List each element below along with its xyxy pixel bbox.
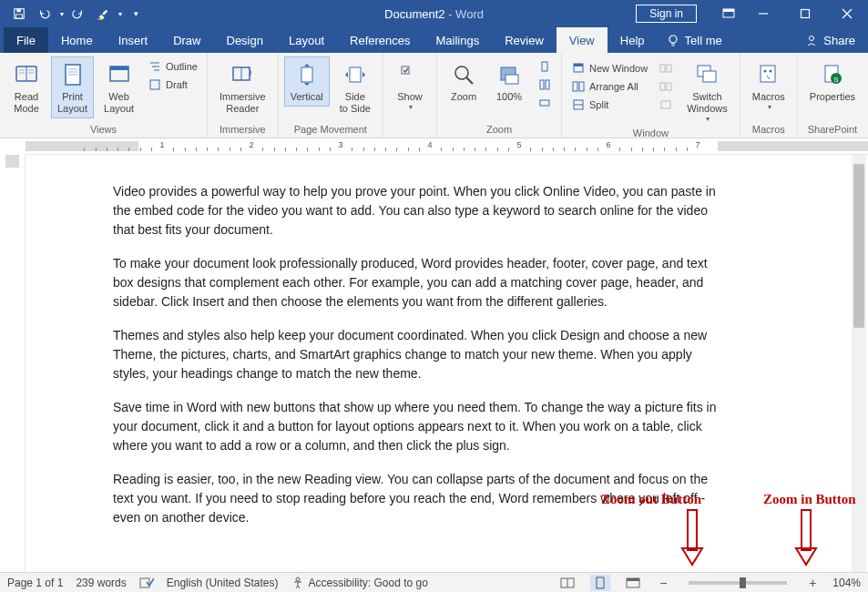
undo-button[interactable] xyxy=(33,2,56,26)
tab-layout[interactable]: Layout xyxy=(276,27,337,53)
paragraph[interactable]: Themes and styles also help keep your do… xyxy=(113,326,727,383)
tab-insert[interactable]: Insert xyxy=(106,27,161,53)
workspace: Video provides a powerful way to help yo… xyxy=(0,155,868,572)
show-label: Show xyxy=(397,91,423,103)
switch-windows-button[interactable]: Switch Windows ▾ xyxy=(680,56,734,128)
multiple-pages-button[interactable] xyxy=(534,77,556,93)
read-mode-button[interactable]: Read Mode xyxy=(5,56,47,118)
svg-rect-25 xyxy=(110,66,128,70)
save-button[interactable] xyxy=(7,2,31,26)
one-page-button[interactable] xyxy=(534,58,556,75)
scroll-thumb[interactable] xyxy=(853,164,864,328)
print-layout-view-button[interactable] xyxy=(590,575,610,591)
draft-button[interactable]: Draft xyxy=(144,77,201,93)
share-button[interactable]: Share xyxy=(792,27,868,53)
proofing-icon xyxy=(139,577,154,589)
vertical-icon xyxy=(292,60,322,89)
vertical-button[interactable]: Vertical xyxy=(284,56,330,107)
new-window-button[interactable]: New Window xyxy=(567,60,651,77)
close-button[interactable] xyxy=(826,0,868,27)
read-mode-view-button[interactable] xyxy=(557,575,577,591)
arrow-zoomin-icon xyxy=(792,508,820,568)
page-indicator[interactable]: Page 1 of 1 xyxy=(7,577,63,589)
web-layout-button[interactable]: Web Layout xyxy=(97,56,140,118)
ruler-number: 7 xyxy=(695,140,700,149)
paragraph[interactable]: To make your document look professionall… xyxy=(113,254,727,311)
document-area[interactable]: Video provides a powerful way to help yo… xyxy=(26,155,868,572)
immersive-reader-button[interactable]: Immersive Reader xyxy=(213,56,272,118)
draft-label: Draft xyxy=(166,79,188,90)
sync-scroll-icon xyxy=(659,79,673,94)
arrange-all-button[interactable]: Arrange All xyxy=(567,78,651,95)
zoom-out-button[interactable]: − xyxy=(656,576,670,590)
views-group-label: Views xyxy=(5,124,201,138)
signin-button[interactable]: Sign in xyxy=(636,5,697,23)
read-mode-label: Read Mode xyxy=(14,91,39,115)
tab-file[interactable]: File xyxy=(4,27,48,53)
spell-check[interactable] xyxy=(139,577,154,589)
tab-references[interactable]: References xyxy=(337,27,423,53)
language-indicator[interactable]: English (United States) xyxy=(167,577,279,589)
tab-help[interactable]: Help xyxy=(608,27,658,53)
qat-customize[interactable]: ▾ xyxy=(124,2,148,26)
svg-rect-33 xyxy=(350,67,361,82)
svg-rect-50 xyxy=(667,65,671,72)
zoom-100-icon xyxy=(495,60,524,89)
tab-draw[interactable]: Draw xyxy=(160,27,213,53)
view-side-by-side-button[interactable] xyxy=(655,60,677,77)
ribbon-display-options[interactable] xyxy=(715,8,742,19)
zoom-100-button[interactable]: 100% xyxy=(488,56,530,107)
side-to-side-button[interactable]: Side to Side xyxy=(333,56,377,118)
tab-view[interactable]: View xyxy=(557,27,608,53)
page-width-button[interactable] xyxy=(534,95,556,111)
maximize-button[interactable] xyxy=(784,0,826,27)
group-show: Show ▾ xyxy=(383,53,437,138)
tab-design[interactable]: Design xyxy=(214,27,276,53)
svg-rect-7 xyxy=(802,10,810,18)
macros-button[interactable]: Macros ▾ xyxy=(746,56,791,116)
minimize-button[interactable] xyxy=(742,0,784,27)
web-layout-view-button[interactable] xyxy=(623,575,643,591)
svg-rect-52 xyxy=(667,83,671,90)
annotation-zoomin: Zoom in Button xyxy=(763,492,856,507)
vertical-ruler[interactable] xyxy=(0,155,26,572)
reset-position-button[interactable] xyxy=(655,97,677,113)
zoom-in-button[interactable]: + xyxy=(805,576,820,590)
svg-rect-56 xyxy=(761,66,775,82)
zoom-button[interactable]: Zoom xyxy=(443,56,485,107)
word-count[interactable]: 239 words xyxy=(76,577,126,589)
zoom-slider[interactable] xyxy=(689,581,787,585)
show-button[interactable]: Show ▾ xyxy=(389,56,431,116)
svg-rect-55 xyxy=(703,71,716,82)
split-button[interactable]: Split xyxy=(567,97,651,113)
svg-point-10 xyxy=(669,36,677,43)
zoom-level[interactable]: 104% xyxy=(832,577,861,589)
tab-home[interactable]: Home xyxy=(48,27,106,53)
immersive-group-label: Immersive xyxy=(213,124,272,138)
paragraph[interactable]: Save time in Word with new buttons that … xyxy=(113,398,727,455)
properties-button[interactable]: S Properties xyxy=(803,56,862,107)
print-layout-button[interactable]: Print Layout xyxy=(51,56,94,118)
side-by-side-icon xyxy=(659,61,673,76)
zoom-slider-thumb[interactable] xyxy=(740,577,746,588)
tab-mailings[interactable]: Mailings xyxy=(424,27,493,53)
one-page-icon xyxy=(537,59,552,74)
new-window-label: New Window xyxy=(589,63,648,74)
vertical-scrollbar[interactable] xyxy=(852,155,866,572)
tell-me[interactable]: Tell me xyxy=(658,27,731,53)
svg-rect-1 xyxy=(16,9,20,13)
group-immersive: Immersive Reader Immersive xyxy=(208,53,279,138)
svg-point-65 xyxy=(296,577,300,581)
zoom-100-label: 100% xyxy=(496,91,522,103)
redo-button[interactable] xyxy=(66,2,89,26)
svg-rect-40 xyxy=(540,80,544,89)
highlight-button[interactable] xyxy=(91,2,115,26)
page-movement-group-label: Page Movement xyxy=(284,124,377,138)
horizontal-ruler[interactable]: 1234567 xyxy=(26,138,868,155)
accessibility-indicator[interactable]: Accessibility: Good to go xyxy=(291,577,428,589)
lightbulb-icon xyxy=(667,34,679,46)
outline-button[interactable]: Outline xyxy=(144,58,201,75)
paragraph[interactable]: Video provides a powerful way to help yo… xyxy=(113,182,727,240)
tab-review[interactable]: Review xyxy=(492,27,557,53)
sync-scroll-button[interactable] xyxy=(655,78,677,95)
